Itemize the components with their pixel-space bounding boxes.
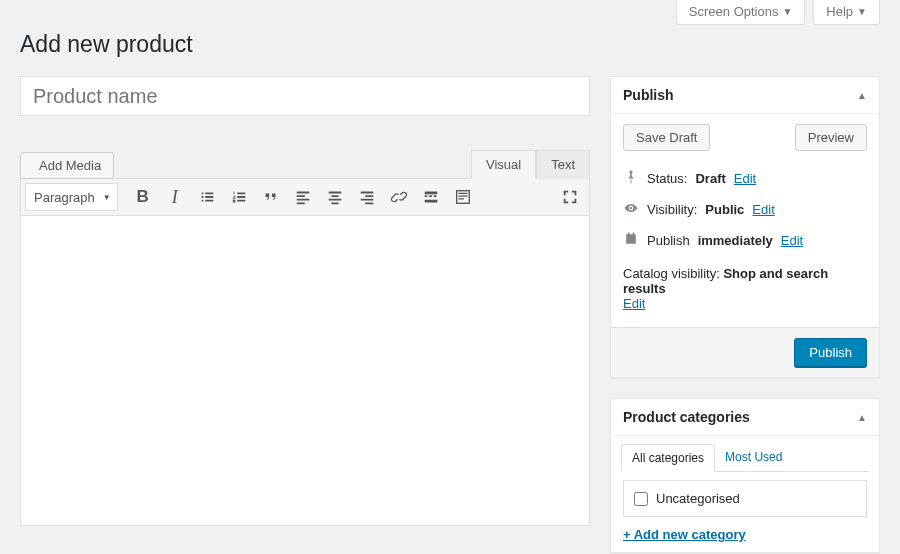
toolbar-toggle-button[interactable]	[448, 183, 478, 211]
edit-catalog-link[interactable]: Edit	[623, 296, 645, 311]
collapse-icon[interactable]: ▲	[857, 90, 867, 101]
chevron-down-icon: ▼	[782, 6, 792, 17]
status-value: Draft	[695, 171, 725, 186]
schedule-value: immediately	[698, 233, 773, 248]
visibility-value: Public	[705, 202, 744, 217]
tab-all-categories[interactable]: All categories	[621, 444, 715, 472]
catalog-label: Catalog visibility:	[623, 266, 720, 281]
page-title: Add new product	[20, 31, 880, 58]
publish-box-title: Publish	[623, 87, 674, 103]
format-select-value: Paragraph	[34, 190, 95, 205]
link-button[interactable]	[384, 183, 414, 211]
preview-button[interactable]: Preview	[795, 124, 867, 151]
add-new-category-link[interactable]: + Add new category	[623, 527, 867, 542]
category-label: Uncategorised	[656, 491, 740, 506]
blockquote-button[interactable]	[256, 183, 286, 211]
read-more-button[interactable]	[416, 183, 446, 211]
help-label: Help	[826, 4, 853, 19]
bold-button[interactable]: B	[128, 183, 158, 211]
category-checkbox[interactable]	[634, 492, 648, 506]
chevron-down-icon: ▼	[857, 6, 867, 17]
format-select[interactable]: Paragraph	[25, 183, 118, 211]
editor-tab-text[interactable]: Text	[536, 150, 590, 179]
align-center-button[interactable]	[320, 183, 350, 211]
collapse-icon[interactable]: ▲	[857, 412, 867, 423]
numbered-list-button[interactable]	[224, 183, 254, 211]
add-media-label: Add Media	[39, 158, 101, 173]
schedule-label: Publish	[647, 233, 690, 248]
status-label: Status:	[647, 171, 687, 186]
italic-button[interactable]: I	[160, 183, 190, 211]
edit-visibility-link[interactable]: Edit	[752, 202, 774, 217]
pin-icon	[623, 169, 639, 188]
categories-box-title: Product categories	[623, 409, 750, 425]
edit-schedule-link[interactable]: Edit	[781, 233, 803, 248]
visibility-label: Visibility:	[647, 202, 697, 217]
bullet-list-button[interactable]	[192, 183, 222, 211]
add-media-button[interactable]: Add Media	[20, 152, 114, 179]
calendar-icon	[623, 231, 639, 250]
eye-icon	[623, 200, 639, 219]
align-right-button[interactable]	[352, 183, 382, 211]
fullscreen-button[interactable]	[555, 183, 585, 211]
edit-status-link[interactable]: Edit	[734, 171, 756, 186]
publish-box: Publish ▲ Save Draft Preview Status: Dra…	[610, 76, 880, 378]
save-draft-button[interactable]: Save Draft	[623, 124, 710, 151]
content-editor[interactable]	[20, 216, 590, 526]
category-item[interactable]: Uncategorised	[634, 491, 856, 506]
editor-toolbar: Paragraph B I	[20, 178, 590, 216]
screen-options-label: Screen Options	[689, 4, 779, 19]
help-tab[interactable]: Help ▼	[813, 0, 880, 25]
screen-options-tab[interactable]: Screen Options ▼	[676, 0, 806, 25]
tab-most-used[interactable]: Most Used	[715, 444, 792, 471]
svg-rect-0	[456, 191, 469, 204]
align-left-button[interactable]	[288, 183, 318, 211]
publish-button[interactable]: Publish	[794, 338, 867, 367]
categories-box: Product categories ▲ All categories Most…	[610, 398, 880, 553]
editor-tab-visual[interactable]: Visual	[471, 150, 536, 179]
product-name-input[interactable]	[20, 76, 590, 116]
